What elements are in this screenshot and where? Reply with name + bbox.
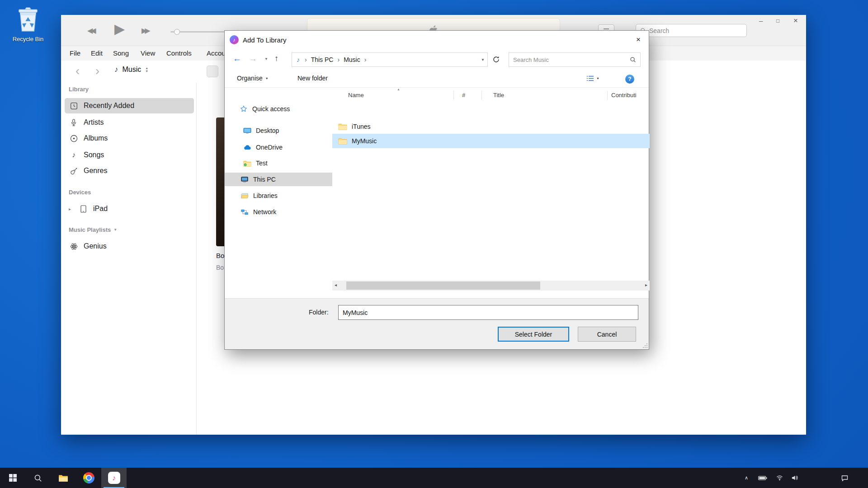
play-button[interactable]: ▶ xyxy=(114,21,125,37)
sidebar-item-genius[interactable]: Genius xyxy=(65,239,194,254)
column-separator[interactable] xyxy=(481,91,482,100)
monitor-icon xyxy=(243,127,252,134)
chevron-down-icon: ▼ xyxy=(265,77,269,80)
column-header-name[interactable]: Name xyxy=(348,88,364,103)
scrollbar-thumb[interactable] xyxy=(346,282,540,290)
expand-chevron-icon[interactable]: ▸ xyxy=(69,206,73,211)
taskbar-itunes-button[interactable]: ♪ xyxy=(101,468,127,488)
horizontal-scrollbar[interactable]: ◂ ▸ xyxy=(332,281,650,291)
tree-item-test[interactable]: Test xyxy=(225,156,332,170)
tray-network[interactable] xyxy=(772,468,787,488)
sort-ascending-icon: ▲ xyxy=(397,88,400,91)
folder-name-input[interactable] xyxy=(338,305,638,320)
tree-item-this-pc[interactable]: This PC xyxy=(225,173,332,186)
tree-item-label: Quick access xyxy=(252,105,290,113)
tray-expand-button[interactable]: ∧ xyxy=(739,468,754,488)
miniplayer-button[interactable] xyxy=(207,66,218,77)
nav-back-button[interactable]: ← xyxy=(233,54,241,64)
menu-controls[interactable]: Controls xyxy=(166,46,192,61)
menu-song[interactable]: Song xyxy=(113,46,129,61)
tree-item-label: Libraries xyxy=(253,192,278,199)
desktop: Recycle Bin ◀◀ ▶ ▶▶ – □ × Fil xyxy=(0,0,868,488)
minimize-button[interactable]: – xyxy=(759,17,763,24)
dialog-titlebar[interactable]: ♪ Add To Library xyxy=(225,31,627,49)
breadcrumb-music[interactable]: Music xyxy=(343,56,361,63)
album-artist[interactable]: Bo xyxy=(216,264,224,271)
tree-item-quick-access[interactable]: Quick access xyxy=(225,102,332,116)
sidebar-item-ipad[interactable]: ▸ iPad xyxy=(65,201,194,216)
close-button[interactable]: × xyxy=(793,16,798,25)
dialog-search-box[interactable] xyxy=(509,52,641,67)
column-header-contributing[interactable]: Contributi xyxy=(611,88,637,103)
select-folder-button[interactable]: Select Folder xyxy=(498,327,569,342)
address-dropdown-icon[interactable]: ▼ xyxy=(481,58,485,62)
itunes-search-box[interactable] xyxy=(636,24,747,37)
chrome-icon xyxy=(83,472,94,483)
column-header-number[interactable]: # xyxy=(462,88,465,103)
nav-up-button[interactable]: ↑ xyxy=(274,54,278,63)
clock-square-icon xyxy=(69,102,79,110)
nav-history-dropdown-icon[interactable]: ▼ xyxy=(264,57,268,61)
column-separator[interactable] xyxy=(453,91,454,100)
address-bar[interactable]: ♪ › This PC › Music › ▼ xyxy=(292,52,488,67)
cancel-button[interactable]: Cancel xyxy=(578,327,636,342)
sidebar-item-albums[interactable]: Albums xyxy=(65,131,194,146)
itunes-search-input[interactable] xyxy=(649,27,742,34)
tree-item-onedrive[interactable]: OneDrive xyxy=(225,141,332,154)
folder-tree-pane: Quick access Desktop OneDrive Test This … xyxy=(225,88,332,298)
column-header-title[interactable]: Title xyxy=(493,88,504,103)
menu-edit[interactable]: Edit xyxy=(91,46,103,61)
sidebar-item-recently-added[interactable]: Recently Added xyxy=(65,98,194,113)
sidebar-item-label: Recently Added xyxy=(84,102,134,110)
taskbar: ♪ ∧ xyxy=(0,468,868,488)
taskbar-file-explorer-button[interactable] xyxy=(51,468,76,488)
action-center-button[interactable] xyxy=(837,468,852,488)
organise-menu-button[interactable]: Organise ▼ xyxy=(237,75,269,82)
menu-view[interactable]: View xyxy=(141,46,155,61)
folder-label: Folder: xyxy=(309,309,329,316)
volume-icon xyxy=(791,474,798,481)
help-button[interactable]: ? xyxy=(625,75,634,84)
itunes-icon: ♪ xyxy=(108,472,120,484)
devices-header: Devices xyxy=(69,189,91,196)
media-kind-selector[interactable]: ♪ Music ▲▼ xyxy=(114,65,148,74)
tree-item-network[interactable]: Network xyxy=(225,205,332,219)
nav-forward-button[interactable]: → xyxy=(249,54,257,64)
start-button[interactable] xyxy=(0,468,25,488)
maximize-button[interactable]: □ xyxy=(776,18,779,24)
tree-item-desktop[interactable]: Desktop xyxy=(225,124,332,137)
scroll-right-icon[interactable]: ▸ xyxy=(645,282,647,287)
breadcrumb-chevron-icon: › xyxy=(361,56,370,63)
sidebar-item-genres[interactable]: Genres xyxy=(65,163,194,178)
change-view-button[interactable]: ▼ xyxy=(586,75,599,82)
recycle-bin[interactable]: Recycle Bin xyxy=(5,5,51,42)
volume-slider-knob[interactable] xyxy=(174,29,180,35)
previous-track-button[interactable]: ◀◀ xyxy=(87,26,94,35)
refresh-button[interactable] xyxy=(492,56,500,65)
dialog-close-button[interactable]: × xyxy=(628,31,649,49)
action-center-icon xyxy=(841,474,849,482)
details-view-icon xyxy=(586,75,594,82)
tray-volume[interactable] xyxy=(787,468,802,488)
nav-forward-chevron[interactable]: › xyxy=(95,64,99,78)
tray-battery[interactable] xyxy=(755,468,770,488)
file-row-mymusic[interactable]: MyMusic xyxy=(332,134,650,148)
next-track-button[interactable]: ▶▶ xyxy=(142,26,148,35)
column-separator[interactable] xyxy=(607,91,608,100)
taskbar-chrome-button[interactable] xyxy=(76,468,101,488)
playlists-header[interactable]: Music Playlists ▼ xyxy=(69,226,117,233)
album-title[interactable]: Bo xyxy=(216,252,224,259)
file-row-itunes[interactable]: iTunes xyxy=(332,119,650,134)
resize-grip[interactable] xyxy=(642,343,648,348)
dialog-search-input[interactable] xyxy=(513,56,630,63)
scroll-left-icon[interactable]: ◂ xyxy=(335,282,337,287)
new-folder-button[interactable]: New folder xyxy=(297,75,328,82)
taskbar-search-button[interactable] xyxy=(25,468,51,488)
sidebar-item-artists[interactable]: Artists xyxy=(65,115,194,130)
breadcrumb-this-pc[interactable]: This PC xyxy=(310,56,335,63)
nav-back-chevron[interactable]: ‹ xyxy=(75,64,80,78)
ipad-icon xyxy=(78,205,88,213)
menu-file[interactable]: File xyxy=(70,46,80,61)
tree-item-libraries[interactable]: Libraries xyxy=(225,189,332,202)
sidebar-item-songs[interactable]: ♪ Songs xyxy=(65,147,194,163)
